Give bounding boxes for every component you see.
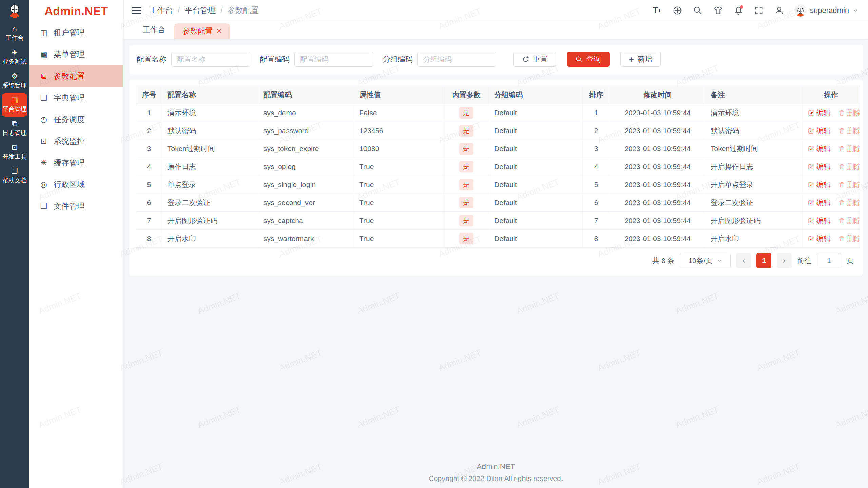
tab-0[interactable]: 工作台 <box>134 21 174 39</box>
rail-item-0[interactable]: ⌂ 工作台 <box>2 22 27 45</box>
cell-sort: 4 <box>583 158 610 176</box>
sidebar-item-icon: ❏ <box>39 93 48 102</box>
cell-actions: 编辑 删除 <box>802 230 860 248</box>
prev-page-button[interactable]: ‹ <box>736 253 751 268</box>
rail-item-icon: ⚙ <box>11 73 18 80</box>
footer-title: Admin.NET <box>124 462 868 471</box>
cell-actions: 编辑 删除 <box>802 176 860 194</box>
rail-item-5[interactable]: ⊡ 开发工具 <box>2 141 27 164</box>
sidebar-item-label: 租户管理 <box>54 27 85 38</box>
delete-button[interactable]: 删除 <box>838 144 860 154</box>
theme-icon[interactable] <box>713 5 723 16</box>
user-menu[interactable]: superadmin <box>794 4 859 17</box>
add-button[interactable]: + 新增 <box>620 52 661 67</box>
cell-value: 123456 <box>354 122 444 140</box>
next-page-button[interactable]: › <box>777 253 792 268</box>
breadcrumb-item-workbench[interactable]: 工作台 <box>150 5 173 16</box>
sidebar-item-label: 任务调度 <box>54 114 85 125</box>
rail-item-3[interactable]: ▦ 平台管理 <box>2 93 27 117</box>
edit-button[interactable]: 编辑 <box>808 108 831 118</box>
profile-icon[interactable] <box>774 5 784 16</box>
sidebar-item-8[interactable]: ❑ 文件管理 <box>29 195 123 217</box>
sidebar-item-4[interactable]: ◷ 任务调度 <box>29 108 123 130</box>
tab-1[interactable]: 参数配置 × <box>174 23 230 39</box>
cell-actions: 编辑 删除 <box>802 212 860 230</box>
sidebar-item-3[interactable]: ❏ 字典管理 <box>29 87 123 108</box>
table-row: 1 演示环境 sys_demo False 是 Default 1 2023-0… <box>136 104 860 122</box>
fullscreen-icon[interactable] <box>754 5 764 16</box>
cell-sort: 5 <box>583 176 610 194</box>
notification-icon[interactable] <box>733 5 744 16</box>
column-header-5: 分组编码 <box>489 86 583 104</box>
rail-item-1[interactable]: ✈ 业务测试 <box>2 46 27 69</box>
cell-remark: 开启水印 <box>705 230 802 248</box>
goto-page-input[interactable] <box>817 253 841 268</box>
app-mascot-logo[interactable] <box>0 0 29 22</box>
page-size-value: 10条/页 <box>688 256 712 265</box>
sidebar-item-6[interactable]: ✳ 缓存管理 <box>29 152 123 174</box>
language-icon[interactable] <box>672 5 683 16</box>
sidebar-item-2[interactable]: ⧉ 参数配置 <box>29 65 123 87</box>
sidebar-item-0[interactable]: ◫ 租户管理 <box>29 22 123 43</box>
builtin-tag: 是 <box>459 233 473 244</box>
delete-button[interactable]: 删除 <box>838 162 860 171</box>
rail-item-2[interactable]: ⚙ 系统管理 <box>2 69 27 93</box>
sidebar-item-5[interactable]: ⊡ 系统监控 <box>29 130 123 152</box>
sidebar-item-label: 行政区域 <box>54 179 85 190</box>
rail-item-6[interactable]: ❒ 帮助文档 <box>2 164 27 188</box>
rail-item-label: 平台管理 <box>2 105 27 113</box>
breadcrumb-item-current: 参数配置 <box>228 5 259 16</box>
current-page-button[interactable]: 1 <box>756 253 771 268</box>
config-table: 序号配置名称配置编码属性值内置参数分组编码排序修改时间备注操作 1 演示环境 s… <box>136 86 860 248</box>
cell-time: 2023-01-03 10:59:44 <box>610 176 705 194</box>
delete-button[interactable]: 删除 <box>838 234 860 243</box>
rail-item-label: 帮助文档 <box>2 176 27 184</box>
tab-close-icon[interactable]: × <box>217 28 221 35</box>
edit-label: 编辑 <box>816 180 831 189</box>
edit-button[interactable]: 编辑 <box>808 162 831 171</box>
search-icon[interactable] <box>693 5 703 16</box>
breadcrumb-separator: / <box>178 6 180 15</box>
cell-value: True <box>354 194 444 212</box>
delete-button[interactable]: 删除 <box>838 198 860 207</box>
rail-item-icon: ⌂ <box>12 25 17 33</box>
breadcrumb-separator: / <box>220 6 222 15</box>
cell-value: True <box>354 212 444 230</box>
cell-config-name: 默认密码 <box>162 122 258 140</box>
sidebar-item-label: 系统监控 <box>54 136 85 146</box>
page-unit-label: 页 <box>847 256 854 265</box>
plus-icon: + <box>629 56 634 63</box>
cell-config-code: sys_captcha <box>258 212 354 230</box>
cell-actions: 编辑 删除 <box>802 194 860 212</box>
column-header-8: 备注 <box>705 86 802 104</box>
breadcrumb-item-platform[interactable]: 平台管理 <box>184 5 216 16</box>
delete-button[interactable]: 删除 <box>838 180 860 189</box>
search-button[interactable]: 查询 <box>567 52 610 67</box>
edit-button[interactable]: 编辑 <box>808 144 831 154</box>
edit-button[interactable]: 编辑 <box>808 198 831 207</box>
delete-label: 删除 <box>847 162 860 171</box>
cell-index: 6 <box>136 194 162 212</box>
font-size-icon[interactable]: TT <box>652 5 662 16</box>
edit-button[interactable]: 编辑 <box>808 216 831 225</box>
sidebar-item-icon: ⧉ <box>39 72 48 81</box>
config-code-input[interactable] <box>294 52 373 67</box>
rail-item-4[interactable]: ⧉ 日志管理 <box>2 117 27 140</box>
cell-group: Default <box>489 104 583 122</box>
reset-button[interactable]: 重置 <box>513 52 556 67</box>
delete-button[interactable]: 删除 <box>838 126 860 136</box>
sidebar-item-1[interactable]: ▦ 菜单管理 <box>29 43 123 65</box>
table-row: 3 Token过期时间 sys_token_expire 10080 是 Def… <box>136 140 860 158</box>
edit-button[interactable]: 编辑 <box>808 126 831 136</box>
sidebar-item-7[interactable]: ◎ 行政区域 <box>29 174 123 195</box>
cell-config-name: 演示环境 <box>162 104 258 122</box>
collapse-menu-icon[interactable] <box>132 5 142 16</box>
config-name-input[interactable] <box>171 52 250 67</box>
group-code-input[interactable] <box>417 52 496 67</box>
delete-button[interactable]: 删除 <box>838 108 860 118</box>
delete-icon <box>838 145 845 152</box>
page-size-select[interactable]: 10条/页 <box>680 253 731 268</box>
delete-button[interactable]: 删除 <box>838 216 860 225</box>
edit-button[interactable]: 编辑 <box>808 234 831 243</box>
edit-button[interactable]: 编辑 <box>808 180 831 189</box>
